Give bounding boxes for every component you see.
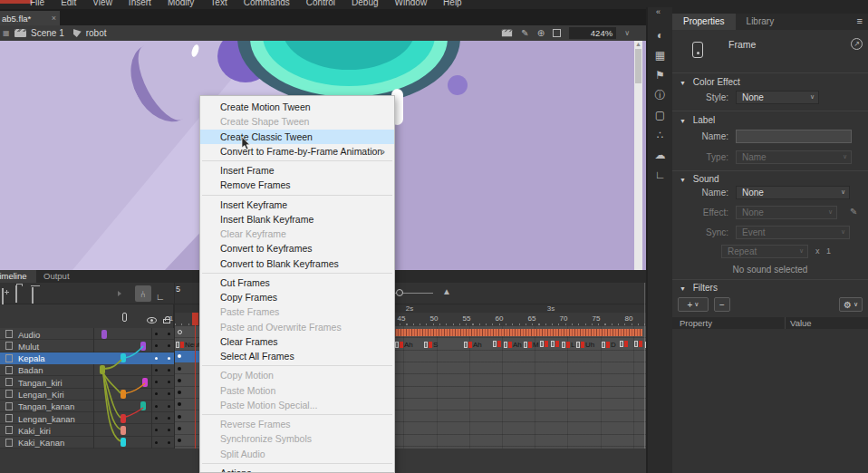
frame-label-name-input[interactable]	[736, 130, 852, 143]
context-menu-item[interactable]: Split Audio	[200, 447, 394, 461]
style-dropdown[interactable]: None ∨	[736, 91, 819, 104]
context-menu-item[interactable]: Convert to Frame-by-Frame Animation	[200, 144, 394, 159]
context-menu-item[interactable]: Insert Blank Keyframe	[200, 212, 394, 227]
layer-lock-dot[interactable]	[168, 333, 170, 335]
new-layer-button[interactable]	[2, 289, 4, 305]
center-frame-icon[interactable]: ⊕	[537, 28, 545, 38]
layer-lock-dot[interactable]	[168, 381, 170, 383]
sound-section-header[interactable]: ▼ Sound	[680, 174, 719, 184]
sound-name-dropdown[interactable]: None ∨	[736, 186, 850, 199]
context-menu-item[interactable]: Paste and Overwrite Frames	[200, 320, 394, 334]
tab-library[interactable]: Library	[736, 14, 786, 30]
grid-icon[interactable]: ▦	[3, 30, 10, 36]
scrollbar-up-arrow-icon[interactable]: ▲	[635, 41, 641, 48]
stage-zoom-input[interactable]: 424%	[569, 27, 616, 39]
new-folder-button[interactable]	[15, 286, 17, 303]
playhead-marker[interactable]	[192, 313, 198, 325]
layer-visibility-dot[interactable]	[155, 441, 158, 444]
close-tab-icon[interactable]: ×	[52, 14, 56, 23]
symbol-breadcrumb[interactable]: robot	[86, 28, 107, 38]
color-panel-icon[interactable]: ◐	[648, 25, 672, 45]
keyframe-label[interactable]	[620, 341, 628, 347]
document-tab[interactable]: ab5.fla* ×	[0, 11, 60, 25]
keyframe-label[interactable]	[540, 341, 548, 347]
remove-filter-button[interactable]: −	[714, 297, 730, 312]
layer-lock-dot[interactable]	[168, 369, 170, 372]
context-menu-item[interactable]: Convert to Keyframes	[200, 241, 394, 256]
scrollbar-thumb[interactable]	[635, 49, 641, 83]
context-menu-item[interactable]: Paste Motion Special...	[200, 398, 394, 412]
stage-vertical-scrollbar[interactable]: ▲	[634, 41, 642, 270]
graph-editor-icon[interactable]: ∟	[156, 287, 165, 304]
menu-bar-item[interactable]: Commands	[236, 0, 298, 9]
context-menu-item[interactable]: Copy Motion	[200, 368, 394, 382]
keyframe-dot[interactable]	[178, 439, 181, 442]
context-menu-item[interactable]: Create Classic Tween	[200, 130, 394, 144]
edit-sound-envelope-icon[interactable]: ✎	[850, 207, 857, 217]
brush-library-panel-icon[interactable]: ∴	[648, 125, 672, 145]
layer-lock-dot[interactable]	[168, 357, 170, 360]
add-filter-button[interactable]: + ∨	[678, 297, 709, 312]
context-menu-item[interactable]: Create Shape Tween	[200, 114, 394, 129]
layer-lock-dot[interactable]	[168, 417, 170, 420]
label-section-header[interactable]: ▼ Label	[680, 115, 715, 125]
collapse-panels-icon[interactable]: «	[656, 7, 661, 16]
layer-visibility-dot[interactable]	[155, 417, 158, 420]
keyframe-label[interactable]	[551, 341, 559, 347]
keyframe-label[interactable]: D	[602, 341, 616, 349]
audio-empty-keyframe-icon[interactable]	[178, 330, 182, 334]
zoom-in-timeline-icon[interactable]: ▲	[442, 286, 451, 296]
transform-panel-icon[interactable]: ▢	[648, 105, 672, 125]
keyframe-label[interactable]: S	[424, 341, 438, 349]
layer-lock-dot[interactable]	[168, 429, 170, 431]
context-menu-item[interactable]: Reverse Frames	[200, 417, 394, 431]
panel-menu-icon[interactable]: ≡	[857, 15, 863, 26]
timeline-zoom-knob[interactable]	[396, 289, 403, 296]
visibility-column-eye-icon[interactable]	[147, 317, 157, 323]
layer-visibility-dot[interactable]	[155, 333, 158, 335]
keyframe-dot[interactable]	[178, 391, 181, 394]
layer-lock-dot[interactable]	[168, 441, 170, 444]
layer-visibility-dot[interactable]	[155, 357, 158, 360]
menu-bar-item[interactable]: Control	[298, 0, 343, 9]
tab-timeline[interactable]: Timeline	[0, 270, 36, 283]
menu-bar-item[interactable]: Modify	[159, 0, 202, 9]
keyframe-dot[interactable]	[178, 415, 181, 419]
zoom-dropdown-chevron-icon[interactable]: ∨	[624, 29, 630, 37]
context-menu-item[interactable]: Create Motion Tween	[200, 100, 394, 114]
scene-breadcrumb[interactable]: Scene 1	[31, 28, 64, 38]
keyframe-label[interactable]: Ah	[504, 341, 522, 349]
context-menu-item[interactable]: Actions	[200, 466, 394, 473]
menu-bar-item[interactable]: Help	[435, 0, 470, 9]
context-menu-item[interactable]: Cut Frames	[200, 275, 394, 290]
layer-visibility-dot[interactable]	[155, 381, 158, 383]
context-menu-item[interactable]: Insert Frame	[200, 163, 394, 178]
cc-libraries-panel-icon[interactable]: ☁	[648, 145, 672, 165]
keyframe-label[interactable]: L	[562, 341, 574, 349]
menu-bar-item[interactable]: Edit	[53, 0, 84, 9]
context-menu-item[interactable]: Insert Keyframe	[200, 198, 394, 212]
layer-lock-dot[interactable]	[168, 392, 170, 395]
menu-bar-item[interactable]: Window	[387, 0, 436, 9]
edit-symbols-icon[interactable]: ✎	[521, 28, 528, 38]
keyframe-label[interactable]: Ah	[464, 341, 482, 349]
history-panel-icon[interactable]: ∟	[648, 165, 672, 185]
layer-visibility-dot[interactable]	[155, 405, 158, 408]
layer-visibility-dot[interactable]	[155, 344, 158, 347]
keyframe-dot[interactable]	[178, 354, 181, 358]
layer-visibility-dot[interactable]	[155, 369, 158, 372]
tab-properties[interactable]: Properties	[672, 14, 736, 30]
context-menu-item[interactable]: Convert to Blank Keyframes	[200, 256, 394, 271]
color-effect-section-header[interactable]: ▼ Color Effect	[680, 77, 740, 87]
tab-output[interactable]: Output	[34, 270, 79, 283]
context-menu-item[interactable]: Clear Frames	[200, 334, 394, 349]
menu-bar-item[interactable]: Debug	[343, 0, 386, 9]
keyframe-label[interactable]	[634, 341, 642, 347]
keyframe-label[interactable]	[493, 341, 501, 347]
filters-section-header[interactable]: ▼ Filters	[680, 283, 718, 293]
keyframe-dot[interactable]	[178, 379, 181, 382]
layer-visibility-dot[interactable]	[155, 392, 158, 395]
layer-visibility-dot[interactable]	[155, 429, 158, 431]
keyframe-dot[interactable]	[178, 402, 181, 406]
layer-lock-dot[interactable]	[168, 405, 170, 408]
